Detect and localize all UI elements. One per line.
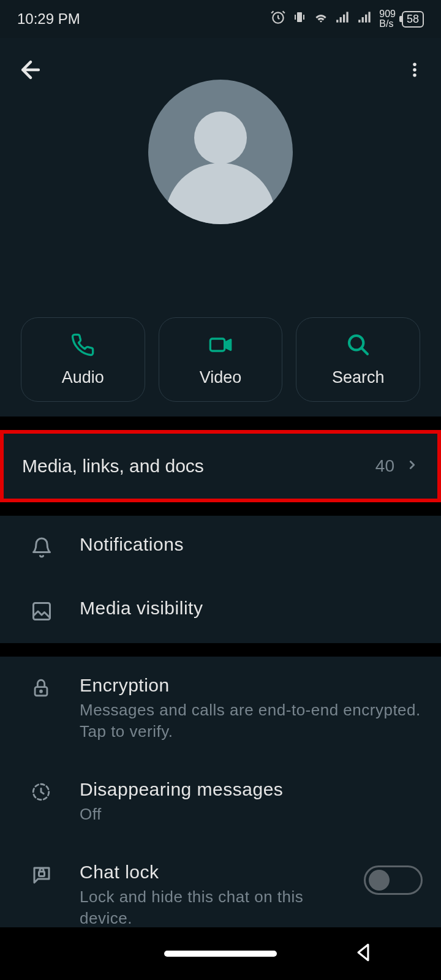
svg-rect-7 [362, 17, 364, 23]
status-time: 10:29 PM [17, 10, 80, 28]
svg-point-12 [413, 74, 417, 77]
status-bar: 10:29 PM 909 B/s 58 [0, 0, 441, 38]
home-indicator[interactable] [164, 951, 277, 957]
video-call-button[interactable]: Video [159, 317, 283, 402]
media-links-docs-row[interactable]: Media, links, and docs 40 [4, 434, 437, 499]
disappearing-subtitle: Off [80, 804, 423, 825]
media-count: 40 [375, 456, 394, 476]
avatar[interactable] [148, 80, 293, 224]
alarm-icon [270, 9, 286, 29]
media-visibility-row[interactable]: Media visibility [0, 579, 441, 643]
chat-lock-icon [31, 864, 56, 889]
battery-icon: 58 [402, 11, 424, 28]
svg-rect-3 [340, 17, 342, 23]
search-button[interactable]: Search [296, 317, 420, 402]
svg-rect-4 [343, 15, 345, 23]
more-menu-icon[interactable] [405, 56, 424, 86]
timer-icon [31, 782, 56, 805]
back-button[interactable] [17, 56, 44, 86]
video-icon [207, 333, 234, 360]
status-indicators: 909 B/s 58 [270, 9, 424, 29]
disappearing-messages-row[interactable]: Disappearing messages Off [0, 761, 441, 843]
svg-point-17 [40, 690, 42, 692]
image-icon [31, 600, 56, 625]
svg-rect-8 [365, 15, 367, 23]
search-icon [346, 333, 371, 360]
svg-rect-6 [358, 20, 360, 22]
signal-icon [335, 9, 351, 29]
svg-rect-5 [347, 12, 349, 22]
chat-lock-subtitle: Lock and hide this chat on this device. [80, 886, 341, 929]
profile-section [0, 86, 441, 317]
disappearing-title: Disappearing messages [80, 779, 423, 800]
media-links-docs-highlight: Media, links, and docs 40 [0, 430, 441, 502]
chat-lock-toggle[interactable] [364, 865, 423, 895]
notifications-row[interactable]: Notifications [0, 516, 441, 579]
lock-icon [31, 677, 56, 701]
encryption-title: Encryption [80, 675, 423, 696]
svg-point-10 [413, 63, 417, 67]
vibrate-icon [292, 10, 307, 28]
chevron-right-icon [405, 456, 419, 476]
search-label: Search [332, 368, 385, 387]
nav-back-icon[interactable] [352, 941, 375, 967]
signal-icon-2 [357, 9, 373, 29]
audio-call-button[interactable]: Audio [21, 317, 145, 402]
video-label: Video [200, 368, 242, 387]
svg-rect-2 [336, 20, 338, 22]
chat-lock-title: Chat lock [80, 862, 341, 883]
svg-rect-13 [210, 339, 224, 351]
svg-rect-9 [369, 12, 371, 22]
bell-icon [31, 537, 56, 561]
system-navbar [0, 927, 441, 980]
wifi-icon [313, 9, 329, 29]
data-rate: 909 B/s [379, 9, 396, 29]
svg-rect-15 [34, 603, 50, 620]
audio-label: Audio [62, 368, 104, 387]
media-visibility-title: Media visibility [80, 598, 423, 619]
svg-rect-1 [297, 12, 302, 22]
action-row: Audio Video Search [0, 317, 441, 417]
phone-icon [70, 333, 95, 360]
media-title: Media, links, and docs [22, 456, 204, 477]
svg-point-11 [413, 68, 417, 72]
encryption-subtitle: Messages and calls are end-to-end encryp… [80, 699, 423, 742]
encryption-row[interactable]: Encryption Messages and calls are end-to… [0, 657, 441, 761]
notifications-title: Notifications [80, 534, 423, 555]
